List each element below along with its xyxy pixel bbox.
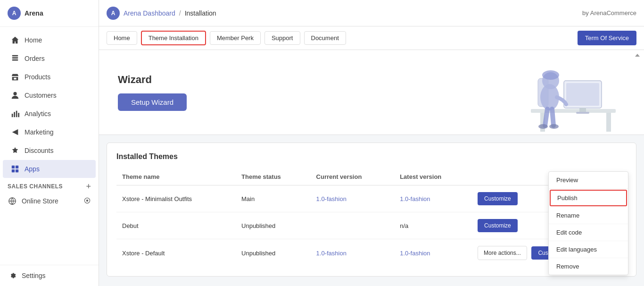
sidebar-settings[interactable]: Settings <box>0 265 99 286</box>
current-version-cell <box>311 212 395 239</box>
settings-label: Settings <box>22 272 46 279</box>
tab-theme-installation[interactable]: Theme Installation <box>141 31 206 45</box>
tab-document[interactable]: Document <box>304 31 346 45</box>
svg-rect-14 <box>531 109 616 113</box>
svg-rect-2 <box>12 59 18 61</box>
online-store-settings-icon[interactable] <box>83 197 91 206</box>
hero-illustration-svg <box>446 52 625 133</box>
installed-themes-section: Installed Themes Theme name Theme status… <box>107 143 636 277</box>
svg-point-3 <box>13 92 17 95</box>
col-theme-status: Theme status <box>236 168 311 185</box>
dropdown-item-edit-languages[interactable]: Edit languages <box>549 241 628 258</box>
scroll-up-indicator[interactable] <box>634 52 641 61</box>
analytics-icon <box>10 109 20 118</box>
sidebar-item-marketing[interactable]: Marketing <box>3 123 96 141</box>
svg-rect-0 <box>12 55 18 57</box>
tab-support[interactable]: Support <box>264 31 300 45</box>
dropdown-item-rename[interactable]: Rename <box>549 207 628 224</box>
tab-home[interactable]: Home <box>107 31 137 45</box>
svg-rect-10 <box>12 169 15 172</box>
online-store-icon <box>8 196 17 206</box>
settings-icon <box>8 271 17 280</box>
sidebar-item-discounts[interactable]: Discounts <box>3 142 96 160</box>
dropdown-item-publish[interactable]: Publish <box>550 190 627 206</box>
svg-rect-5 <box>14 112 15 117</box>
current-version-cell: 1.0-fashion <box>311 185 395 212</box>
setup-wizard-button[interactable]: Setup Wizard <box>118 93 187 111</box>
apps-icon <box>10 164 20 174</box>
current-version-cell: 1.0-fashion <box>311 239 395 267</box>
svg-rect-6 <box>16 111 17 118</box>
header-left: A Arena Dashboard / Installation <box>107 7 216 20</box>
sidebar-item-online-store[interactable]: Online Store <box>0 193 99 210</box>
col-current-version: Current version <box>311 168 395 185</box>
theme-status-cell: Unpublished <box>236 212 311 239</box>
hero-illustration <box>437 50 625 135</box>
sidebar-item-apps-label: Apps <box>25 165 40 173</box>
svg-rect-8 <box>12 166 15 168</box>
latest-version-cell: 1.0-fashion <box>394 239 472 267</box>
sidebar-item-online-store-label: Online Store <box>22 197 58 205</box>
more-actions-button-row2[interactable]: More actions... <box>478 246 527 260</box>
home-icon <box>10 35 20 45</box>
theme-status-cell: Main <box>236 185 311 212</box>
sidebar-item-customers[interactable]: Customers <box>3 86 96 104</box>
sales-channels-section: SALES CHANNELS + <box>0 178 99 193</box>
svg-point-26 <box>549 124 559 129</box>
theme-name-cell: Debut <box>116 212 236 239</box>
marketing-icon <box>10 127 20 137</box>
sidebar-logo-icon: A <box>8 7 21 20</box>
theme-status-cell: Unpublished <box>236 239 311 267</box>
orders-icon <box>10 54 20 63</box>
tab-member-perk[interactable]: Member Perk <box>210 31 261 45</box>
customize-button-row1[interactable]: Customize <box>478 219 518 232</box>
main-content: A Arena Dashboard / Installation by Aren… <box>99 0 644 286</box>
content-area: Wizard Setup Wizard <box>99 50 644 286</box>
sidebar-item-discounts-label: Discounts <box>25 147 53 154</box>
dropdown-item-preview[interactable]: Preview <box>549 172 628 189</box>
sidebar-item-apps[interactable]: Apps <box>3 160 96 178</box>
latest-version-cell: 1.0-fashion <box>394 185 472 212</box>
sidebar-item-customers-label: Customers <box>25 92 57 99</box>
sidebar-item-products[interactable]: Products <box>3 68 96 86</box>
sidebar-item-orders[interactable]: Orders <box>3 50 96 67</box>
discounts-icon <box>10 146 20 155</box>
breadcrumb-separator: / <box>179 9 181 17</box>
sidebar-item-marketing-label: Marketing <box>25 128 53 136</box>
svg-rect-4 <box>12 114 13 117</box>
latest-version-cell: n/a <box>394 212 472 239</box>
svg-point-24 <box>542 70 559 80</box>
dropdown-item-edit-code[interactable]: Edit code <box>549 224 628 241</box>
col-theme-name: Theme name <box>116 168 236 185</box>
tab-bar: Home Theme Installation Member Perk Supp… <box>99 26 644 50</box>
svg-rect-9 <box>16 166 18 168</box>
svg-rect-1 <box>12 57 18 59</box>
term-of-service-button[interactable]: Term Of Service <box>578 31 636 45</box>
svg-rect-16 <box>606 113 611 132</box>
hero-section: Wizard Setup Wizard <box>99 50 644 135</box>
header-logo-icon: A <box>107 7 120 20</box>
sales-channels-label: SALES CHANNELS <box>8 183 63 190</box>
svg-rect-11 <box>16 169 18 172</box>
dropdown-item-remove[interactable]: Remove <box>549 258 628 275</box>
theme-name-cell: Xstore - Minimalist Outfits <box>116 185 236 212</box>
products-icon <box>10 72 20 82</box>
hero-title: Wizard <box>118 74 187 86</box>
sidebar-nav: Home Orders Products Customers Analytics <box>0 27 99 265</box>
add-sales-channel-button[interactable]: + <box>86 182 91 191</box>
svg-point-25 <box>538 124 548 129</box>
sidebar-item-home[interactable]: Home <box>3 31 96 49</box>
hero-text: Wizard Setup Wizard <box>118 74 187 111</box>
customize-button-row0[interactable]: Customize <box>478 192 518 205</box>
svg-rect-18 <box>566 83 599 106</box>
dropdown-menu: Preview Publish Rename Edit code Edit la… <box>548 171 628 275</box>
sidebar-logo: A Arena <box>0 0 99 27</box>
sidebar-item-analytics[interactable]: Analytics <box>3 105 96 123</box>
svg-point-13 <box>86 200 88 201</box>
breadcrumb: Arena Dashboard / Installation <box>124 9 216 17</box>
svg-rect-7 <box>18 113 19 117</box>
sidebar-item-analytics-label: Analytics <box>25 110 51 118</box>
sidebar-item-home-label: Home <box>25 36 42 44</box>
breadcrumb-root[interactable]: Arena Dashboard <box>124 9 175 17</box>
header: A Arena Dashboard / Installation by Aren… <box>99 0 644 26</box>
